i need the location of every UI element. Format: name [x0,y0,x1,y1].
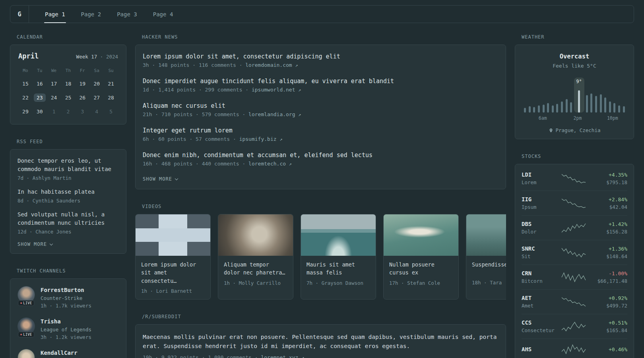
stock-name: Sit [522,253,557,259]
video-thumbnail[interactable] [301,214,376,256]
video-card[interactable]: Mauris sit amet massa felis7h · Grayson … [301,214,376,300]
calendar-weekday: We [47,68,61,73]
tab-page-4[interactable]: Page 4 [145,6,181,23]
twitch-channel-name[interactable]: Trisha [41,317,91,325]
calendar-day: 22 [18,93,33,102]
weather-bar [608,78,612,113]
calendar-day: 17 [47,79,61,88]
stock-sparkline [557,173,591,184]
stock-row[interactable]: CRNBitcorn-1.00%$66,171.48 [522,265,627,289]
stocks-card: LDILorem+4.35%$795.18IIGIpsum+2.84%$42.0… [515,164,634,358]
video-title[interactable]: Aliquam tempor dolor nec pharetra… [224,261,287,277]
video-thumbnail[interactable] [384,214,458,256]
tab-page-2[interactable]: Page 2 [73,6,109,23]
weather-bar [590,78,594,113]
hacker-news-show-more-button[interactable]: SHOW MORE [143,176,499,182]
stock-row[interactable]: AHS+0.46% [522,339,627,358]
hackernews-item-domain-link[interactable]: loremlandia.org ↗ [248,111,301,117]
hackernews-item-meta: 6h · 60 points · 57 comments · ipsumify.… [143,136,499,142]
weather-condition: Overcast [522,53,627,60]
stock-row[interactable]: AETAmet+0.92%$499.72 [522,289,627,314]
weather-time-label: 10pm [607,115,618,121]
videos-widget-label: VIDEOS [142,204,506,209]
page-tabs: Page 1Page 2Page 3Page 4 [37,6,181,23]
video-card[interactable]: Aliquam tempor dolor nec pharetra…1h · M… [218,214,293,300]
hackernews-item-domain-link[interactable]: loremtech.co ↗ [248,161,292,167]
stock-price: $165.84 [591,327,627,333]
rss-item-meta: 12d · Chance Jones [17,229,119,235]
rss-item-title[interactable]: Sed volutpat nulla nisl, a condimentum n… [17,210,119,227]
video-title[interactable]: Lorem ipsum dolor sit amet consectetu… [141,261,205,285]
stock-price: $42.04 [591,204,627,210]
videos-row: Lorem ipsum dolor sit amet consectetu…1h… [135,214,506,300]
rss-show-more-button[interactable]: SHOW MORE [17,241,119,247]
weather-bar [594,78,598,113]
external-link-icon: ↗ [295,62,298,68]
stock-name: Dolor [522,229,557,235]
stock-row[interactable]: SNRCSit+1.36%$148.64 [522,240,627,265]
hackernews-item-title[interactable]: Aliquam nec cursus elit [143,102,499,109]
middle-column: HACKER NEWS Lorem ipsum dolor sit amet, … [135,34,506,358]
calendar-day: 1 [47,107,61,116]
hackernews-item-meta: 3h · 148 points · 116 comments · loremdo… [143,62,499,68]
twitch-category[interactable]: League of Legends [41,327,91,333]
video-thumbnail[interactable] [218,214,293,256]
video-meta: 7h · Grayson Dawson [306,280,370,286]
calendar-year-label: 2024 [106,54,118,60]
calendar-day: 3 [75,107,89,116]
live-badge-label: LIVE [23,301,32,305]
rss-item-title[interactable]: In hac habitasse platea [17,188,119,196]
video-card[interactable]: Lorem ipsum dolor sit amet consectetu…1h… [135,214,211,300]
subreddit-post-card: Maecenas mollis pulvinar erat non posuer… [135,324,506,358]
weather-bar [560,78,564,113]
hackernews-item-info: 21h · 710 points · 579 comments · [143,111,248,117]
subreddit-post-info: 19h · 9,932 points · 1,090 comments · [143,354,261,358]
hackernews-item-title[interactable]: Lorem ipsum dolor sit amet, consectetur … [143,53,499,60]
twitch-viewers: 3h · 1.2k viewers [41,334,91,340]
hackernews-item-title[interactable]: Integer eget rutrum lorem [143,127,499,134]
hackernews-item-domain: loremlandia.org [248,111,298,117]
weather-bar [523,78,527,113]
weather-bar [537,78,541,113]
stock-change: +4.35% [591,172,627,178]
calendar-header: April Week 17 · 2024 [18,52,118,60]
video-title[interactable]: Nullam posuere cursus ex [389,261,453,277]
video-title[interactable]: Mauris sit amet massa felis [306,261,370,277]
hackernews-item-domain-link[interactable]: ipsumworld.net ↗ [252,87,301,93]
stock-name: Amet [522,303,557,309]
stock-row[interactable]: CCSConsectetur+0.51%$165.84 [522,314,627,339]
video-thumbnail[interactable] [136,214,210,256]
twitch-channel-name[interactable]: KendallCarr [41,349,78,356]
stock-ticker: AET [522,295,557,301]
calendar-day: 16 [33,79,47,88]
stock-change: +1.36% [591,246,627,252]
stock-row[interactable]: DBSDolor+1.42%$156.28 [522,215,627,240]
hackernews-item-title[interactable]: Donec enim nibh, condimentum et accumsan… [143,152,499,159]
tab-page-3[interactable]: Page 3 [109,6,145,23]
subreddit-post-domain-link[interactable]: loremnet.xyz ↗ [261,354,304,358]
stock-row[interactable]: IIGIpsum+2.84%$42.04 [522,191,627,215]
app-logo[interactable]: G [10,6,29,23]
video-thumbnail[interactable] [466,214,506,256]
hackernews-item: Aliquam nec cursus elit21h · 710 points … [143,102,499,117]
hackernews-item-domain-link[interactable]: loremdomain.com ↗ [245,62,298,68]
subreddit-post-text[interactable]: Maecenas mollis pulvinar erat non posuer… [143,333,499,351]
calendar-card: April Week 17 · 2024 MoTuWeThFrSaSu 1516… [10,45,126,125]
stock-change: -1.00% [591,270,627,276]
hackernews-item-domain: ipsumify.biz [239,136,280,142]
twitch-category[interactable]: Counter-Strike [41,295,91,301]
stock-ticker: IIG [522,196,557,202]
hackernews-item-title[interactable]: Donec imperdiet augue tincidunt felis al… [143,78,499,85]
video-card[interactable]: Nullam posuere cursus ex17h · Stefan Col… [383,214,459,300]
twitch-channel-name[interactable]: ForrestBurton [41,286,91,293]
rss-item-title[interactable]: Donec tempor eros leo, ut commodo mauris… [17,157,119,173]
weather-time-axis: 6am2pm10pm [522,115,627,121]
stock-change: +1.42% [591,221,627,227]
hackernews-item-meta: 1d · 1,414 points · 299 comments · ipsum… [143,87,499,93]
stock-row[interactable]: LDILorem+4.35%$795.18 [522,166,627,191]
calendar-day: 18 [61,79,76,88]
video-title[interactable]: Suspendisse diam [472,261,506,276]
video-card[interactable]: Suspendisse diam18h · Tara [466,214,506,300]
hackernews-item-domain-link[interactable]: ipsumify.biz ↗ [239,136,283,142]
tab-page-1[interactable]: Page 1 [37,6,73,23]
